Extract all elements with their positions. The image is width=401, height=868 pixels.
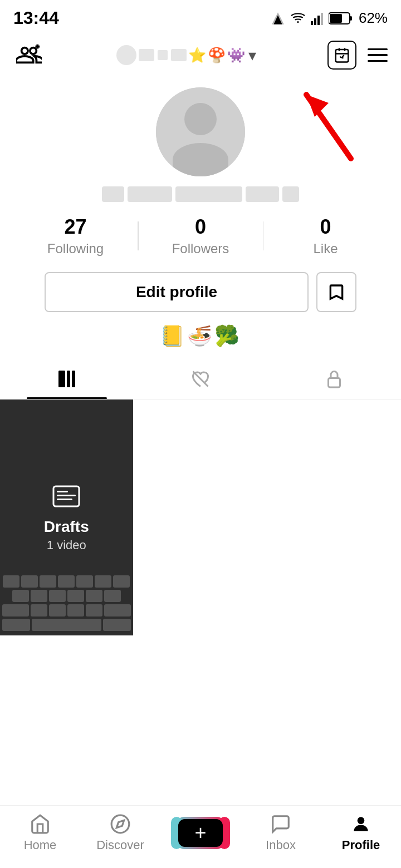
followers-label: Followers xyxy=(172,241,229,257)
avatar-body xyxy=(173,143,228,176)
profile-nav-icon xyxy=(350,813,371,835)
calendar-button[interactable] xyxy=(327,41,356,70)
top-nav-center: ⭐ 🍄 👾 ▾ xyxy=(116,45,256,65)
home-label: Home xyxy=(24,838,57,852)
svg-marker-29 xyxy=(116,820,124,827)
avatar xyxy=(156,87,245,176)
likes-count: 0 xyxy=(320,215,331,239)
create-button[interactable]: + xyxy=(175,817,226,849)
status-bar: 13:44 62% xyxy=(0,0,401,34)
drafts-video-thumb[interactable]: Drafts 1 video xyxy=(0,400,133,635)
svg-point-30 xyxy=(358,817,365,824)
edit-profile-button[interactable]: Edit profile xyxy=(45,272,309,312)
stat-followers[interactable]: 0 Followers xyxy=(139,215,263,257)
likes-label: Like xyxy=(313,241,338,257)
drafts-folder-icon xyxy=(52,483,80,514)
blurred-username xyxy=(139,49,154,61)
blurred-block-2 xyxy=(158,50,168,60)
signal-icon xyxy=(271,11,285,26)
status-icons: 62% xyxy=(271,9,388,27)
stat-following[interactable]: 27 Following xyxy=(13,215,138,257)
menu-button[interactable] xyxy=(368,48,388,62)
alien-emoji: 👾 xyxy=(227,47,245,64)
svg-rect-5 xyxy=(317,16,320,25)
home-icon xyxy=(30,813,51,835)
bottom-nav: Home Discover + Inbox Profile xyxy=(0,805,401,868)
profile-section: 27 Following 0 Followers 0 Like Edit pro… xyxy=(0,76,401,359)
svg-rect-21 xyxy=(72,371,75,387)
inbox-label: Inbox xyxy=(266,838,296,852)
svg-rect-23 xyxy=(329,378,340,388)
svg-rect-8 xyxy=(350,16,352,21)
following-count: 27 xyxy=(64,215,86,239)
svg-rect-20 xyxy=(67,371,70,387)
svg-rect-4 xyxy=(314,18,316,25)
inbox-icon xyxy=(270,813,291,835)
create-plus-icon: + xyxy=(194,821,206,845)
signal-bars-icon xyxy=(311,11,323,26)
stats-row: 27 Following 0 Followers 0 Like xyxy=(13,215,388,257)
top-nav: ⭐ 🍄 👾 ▾ xyxy=(0,34,401,76)
tab-private[interactable] xyxy=(267,359,401,399)
action-buttons: Edit profile xyxy=(45,272,356,312)
star-emoji: ⭐ xyxy=(188,47,206,64)
discover-label: Discover xyxy=(96,838,144,852)
add-user-button[interactable] xyxy=(13,40,45,71)
bio-emojis: 📒🍜🥦 xyxy=(160,324,242,348)
mushroom-emoji: 🍄 xyxy=(208,47,226,64)
svg-rect-27 xyxy=(57,499,72,500)
blur-2 xyxy=(128,186,172,202)
discover-icon xyxy=(110,813,131,835)
svg-rect-6 xyxy=(321,13,323,25)
bottom-spacer xyxy=(0,635,401,708)
battery-percent: 62% xyxy=(359,9,388,27)
stat-likes[interactable]: 0 Like xyxy=(263,215,388,257)
bookmark-button[interactable] xyxy=(316,272,356,312)
blur-5 xyxy=(282,186,299,202)
nav-profile[interactable]: Profile xyxy=(333,813,389,852)
tab-grid[interactable] xyxy=(0,359,134,399)
svg-rect-26 xyxy=(57,495,76,496)
drafts-overlay: Drafts 1 video xyxy=(0,400,133,635)
svg-rect-9 xyxy=(330,14,342,23)
liked-icon xyxy=(190,369,211,389)
nav-home[interactable]: Home xyxy=(12,813,68,852)
battery-icon xyxy=(329,11,353,26)
svg-rect-19 xyxy=(58,371,65,387)
grid-icon xyxy=(57,369,77,389)
story-avatar-1[interactable] xyxy=(116,45,136,65)
top-nav-right xyxy=(327,41,388,70)
drafts-count: 1 video xyxy=(47,538,86,553)
svg-rect-3 xyxy=(311,21,313,25)
svg-point-28 xyxy=(111,815,129,833)
nav-create[interactable]: + xyxy=(173,817,228,849)
nav-discover[interactable]: Discover xyxy=(92,813,148,852)
dropdown-chevron[interactable]: ▾ xyxy=(248,46,256,65)
nav-inbox[interactable]: Inbox xyxy=(253,813,309,852)
top-nav-left xyxy=(13,40,45,71)
blur-1 xyxy=(102,186,124,202)
avatar-inner xyxy=(156,87,245,176)
status-time: 13:44 xyxy=(13,8,59,28)
blur-3 xyxy=(175,186,242,202)
followers-count: 0 xyxy=(195,215,206,239)
tab-liked[interactable] xyxy=(134,359,267,399)
lock-icon xyxy=(324,369,344,389)
create-inner: + xyxy=(178,819,223,847)
username-blurred xyxy=(102,186,299,202)
svg-point-2 xyxy=(297,21,299,22)
following-label: Following xyxy=(47,241,104,257)
blur-4 xyxy=(246,186,279,202)
drafts-title: Drafts xyxy=(44,518,89,536)
profile-label: Profile xyxy=(342,838,380,852)
blurred-block-3 xyxy=(171,49,187,61)
content-tabs xyxy=(0,359,401,400)
wifi-icon xyxy=(291,11,305,26)
svg-rect-25 xyxy=(57,491,68,492)
video-grid: Drafts 1 video xyxy=(0,400,401,635)
avatar-head xyxy=(184,103,217,135)
